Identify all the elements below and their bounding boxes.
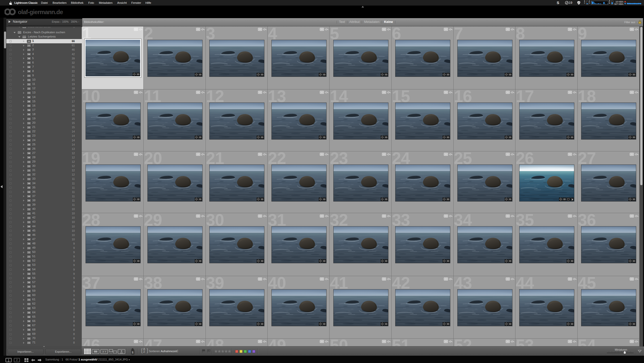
- svg-text:X: X: [102, 350, 104, 353]
- svg-text:5: 5: [132, 351, 134, 354]
- svg-text:Y: Y: [105, 350, 107, 353]
